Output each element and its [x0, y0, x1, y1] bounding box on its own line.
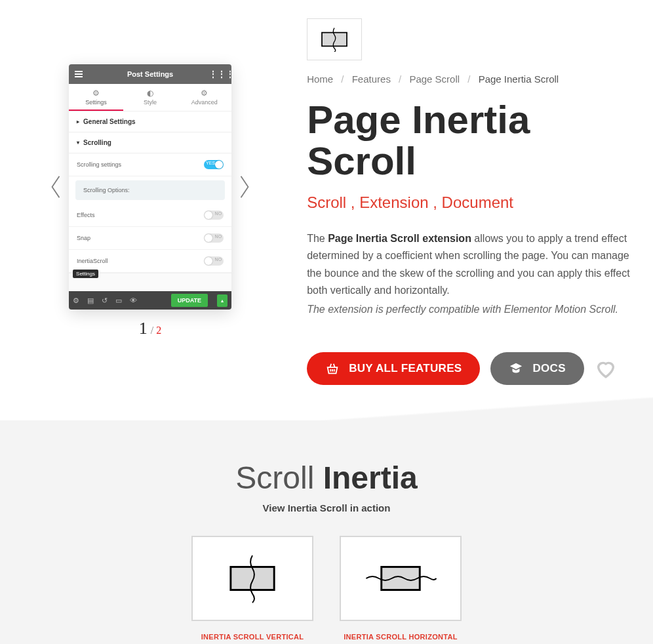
carousel-next[interactable]: [231, 174, 258, 200]
row-snap: Snap NO: [69, 227, 231, 250]
row-scrolling-options: Scrolling Options:: [75, 180, 225, 200]
toggle-scrolling-settings[interactable]: YES: [204, 160, 224, 169]
tab-style[interactable]: ◐ Style: [123, 84, 178, 111]
tag-extension[interactable]: Extension: [359, 193, 428, 211]
card-label-horizontal: INERTIA SCROLL HORIZONTAL: [340, 633, 462, 641]
breadcrumb-current: Page Inertia Scroll: [479, 73, 559, 85]
settings-panel: Post Settings ⋮⋮⋮ ⚙ Settings ◐ Style: [69, 64, 231, 310]
card-inertia-horizontal[interactable]: [340, 536, 462, 621]
card-inertia-vertical[interactable]: [191, 536, 313, 621]
layers-icon[interactable]: ▤: [87, 296, 94, 305]
section-general[interactable]: ▸ General Settings: [69, 111, 231, 132]
svg-rect-5: [382, 567, 420, 590]
gear-icon[interactable]: ⚙: [73, 296, 79, 305]
tag-document[interactable]: Document: [442, 193, 513, 211]
basket-icon: [325, 361, 340, 376]
eye-icon[interactable]: 👁: [130, 296, 137, 304]
page-title: Page Inertia Scroll: [307, 99, 640, 182]
responsive-icon[interactable]: ▭: [115, 296, 122, 305]
chevron-down-icon: ▾: [77, 140, 79, 146]
update-button[interactable]: UPDATE: [171, 294, 208, 307]
description-note: The extension is perfectly compatible wi…: [307, 304, 640, 315]
favorite-button[interactable]: [595, 357, 617, 380]
buy-all-button[interactable]: BUY ALL FEATURES: [307, 352, 480, 385]
update-caret[interactable]: ▴: [217, 294, 228, 307]
description: The Page Inertia Scroll extension allows…: [307, 230, 640, 300]
settings-tooltip: Settings: [73, 270, 98, 278]
tag-list: Scroll , Extension , Document: [307, 193, 640, 212]
contrast-icon: ◐: [146, 89, 155, 98]
breadcrumb-pagescroll[interactable]: Page Scroll: [409, 73, 460, 85]
row-scrolling-settings: Scrolling settings YES: [69, 153, 231, 176]
carousel-prev[interactable]: [43, 174, 69, 200]
section-heading: Scroll Inertia: [0, 460, 653, 496]
feature-thumbnail: [307, 18, 362, 60]
tag-scroll[interactable]: Scroll: [307, 193, 346, 211]
toggle-snap[interactable]: NO: [204, 233, 224, 243]
grid-icon[interactable]: ⋮⋮⋮: [217, 70, 226, 79]
carousel-counter: 1 / 2: [43, 319, 258, 338]
section-subheading: View Inertia Scroll in action: [0, 502, 653, 513]
gear-icon: ⚙: [91, 89, 100, 98]
breadcrumb-features[interactable]: Features: [352, 73, 391, 85]
card-label-vertical: INERTIA SCROLL VERTICAL: [191, 633, 313, 641]
panel-title: Post Settings: [127, 70, 173, 78]
hamburger-icon[interactable]: [74, 70, 83, 79]
tab-settings[interactable]: ⚙ Settings: [69, 84, 123, 111]
graduation-icon: [509, 361, 523, 376]
tab-advanced[interactable]: ⚙ Advanced: [177, 84, 231, 111]
history-icon[interactable]: ↺: [102, 296, 108, 305]
section-scrolling[interactable]: ▾ Scrolling: [69, 132, 231, 153]
svg-rect-4: [231, 567, 274, 590]
docs-button[interactable]: DOCS: [490, 352, 584, 385]
gear-icon: ⚙: [200, 89, 209, 98]
breadcrumb-home[interactable]: Home: [307, 73, 333, 85]
toggle-effects[interactable]: NO: [204, 211, 224, 220]
row-effects: Effects NO: [69, 204, 231, 227]
breadcrumb: Home / Features / Page Scroll / Page Ine…: [307, 73, 640, 85]
toggle-inertia[interactable]: NO: [204, 256, 224, 266]
chevron-right-icon: ▸: [77, 119, 79, 125]
